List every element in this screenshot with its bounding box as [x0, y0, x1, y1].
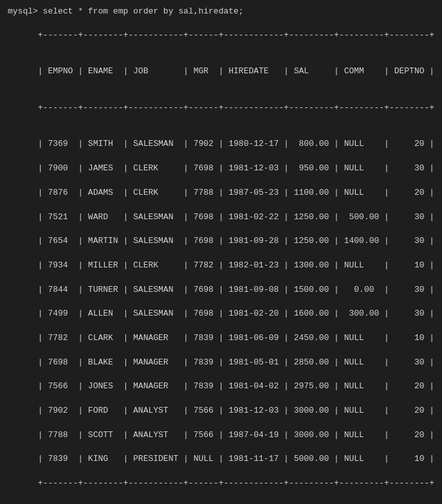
q1-row-2: | 7876 | ADAMS | CLERK | 7788 | 1987-05-…: [38, 188, 434, 197]
q1-header: | EMPNO | ENAME | JOB | MGR | HIREDATE |…: [38, 66, 434, 76]
q1-row-12: | 7788 | SCOTT | ANALYST | 7566 | 1987-0…: [38, 430, 434, 440]
q1-row-5: | 7934 | MILLER | CLERK | 7782 | 1982-01…: [38, 260, 434, 270]
q1-row-0: | 7369 | SMITH | SALESMAN | 7902 | 1980-…: [38, 139, 434, 148]
q1-row-1: | 7900 | JAMES | CLERK | 7698 | 1981-12-…: [38, 163, 434, 173]
q1-row-11: | 7902 | FORD | ANALYST | 7566 | 1981-12…: [38, 406, 434, 415]
q1-sep-top: +-------+--------+-----------+------+---…: [38, 30, 434, 40]
q1-row-3: | 7521 | WARD | SALESMAN | 7698 | 1981-0…: [38, 212, 434, 222]
query1-section: mysql> select * from emp order by sal,hi…: [8, 6, 434, 504]
q1-row-4: | 7654 | MARTIN | SALESMAN | 7698 | 1981…: [38, 236, 434, 246]
q1-row-7: | 7499 | ALLEN | SALESMAN | 7698 | 1981-…: [38, 309, 434, 318]
query1-table: +-------+--------+-----------+------+---…: [8, 17, 434, 502]
q1-sep-bottom: +-------+--------+-----------+------+---…: [38, 478, 434, 488]
q1-row-13: | 7839 | KING | PRESIDENT | NULL | 1981-…: [38, 454, 434, 464]
q1-row-10: | 7566 | JONES | MANAGER | 7839 | 1981-0…: [38, 381, 434, 391]
q1-sep-header: +-------+--------+-----------+------+---…: [38, 103, 434, 113]
query1-prompt: mysql> select * from emp order by sal,hi…: [8, 6, 434, 16]
q1-row-9: | 7698 | BLAKE | MANAGER | 7839 | 1981-0…: [38, 357, 434, 367]
q1-row-8: | 7782 | CLARK | MANAGER | 7839 | 1981-0…: [38, 333, 434, 343]
q1-row-6: | 7844 | TURNER | SALESMAN | 7698 | 1981…: [38, 285, 434, 294]
terminal: mysql> select * from emp order by sal,hi…: [8, 6, 434, 504]
